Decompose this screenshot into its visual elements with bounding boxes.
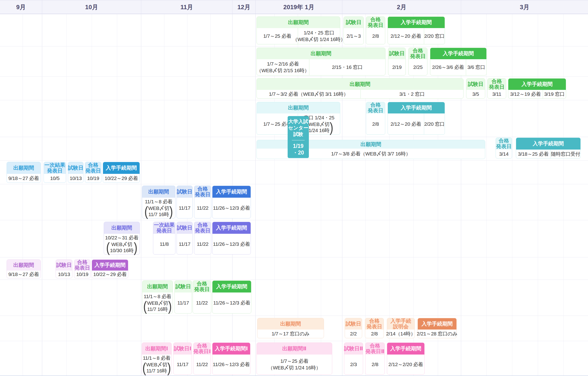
enrollment-period-block-label: 入学手続期間 (212, 186, 251, 198)
pass-announcement-block-label: 合格発表日 (409, 48, 427, 59)
date-text: 3/6 窓口 (467, 64, 485, 71)
week-gridline (23, 14, 23, 376)
pass-announcement-block-dates: 2/8 (366, 28, 385, 44)
exam-day-block-label: 試験日 (388, 48, 406, 59)
application-period-block: 出願期間10/22～31 必着(WEB〆切10/30 16時) (104, 222, 140, 255)
web-deadline-note: (WEB〆切11/7 16時) (144, 205, 173, 218)
exam-day-block: 試験日11/17 (174, 280, 192, 313)
date-text: 11/17 (179, 241, 190, 247)
enrollment-period-block: 入学手続期間3/12～19 必着3/19 窓口 (508, 78, 566, 99)
pass-announcement-block-label: 合格発表日 (366, 102, 385, 113)
application-period-block-label: 出願期間 (142, 186, 175, 198)
first-result-announcement-block: 一次結果発表日10/5 (44, 162, 66, 183)
date-text: 11/7 16時 (146, 368, 167, 374)
date-text: 1/7～2/16 必着 (267, 61, 299, 67)
enrollment-period-block: 入学手続期間2/26～3/6 必着3/6 窓口 (430, 48, 487, 75)
month-label: 10月 (42, 0, 141, 14)
application-period-block-label: 出願期間 (142, 281, 173, 292)
enrollment-period-block-dates: 2/12～20 必着 (388, 28, 424, 44)
date-text: 11/22 (197, 205, 209, 211)
pass-announcement-2-block: 合格発表日Ⅱ2/8 (365, 343, 385, 375)
pass-announcement-block-label: 合格発表日 (488, 79, 506, 90)
date-text: 3/1・2 窓口 (399, 91, 425, 97)
exam-day-block: 試験日2/1～3 (344, 17, 364, 44)
exam-day-1-block: 試験日Ⅰ11/17 (173, 343, 192, 375)
date-text: 11/1～8 必着 (144, 293, 171, 300)
application-period-block-label: 出願期間 (7, 260, 41, 270)
enrollment-period-1-block-label: 入学手続期間Ⅰ (212, 343, 250, 355)
enrollment-period-block-label: 入学手続期間 (212, 281, 251, 292)
date-text: 10/22～29 必着 (93, 271, 126, 278)
exam-day-2-block: 試験日Ⅱ2/3 (344, 343, 363, 375)
application-period-block: 出願期間1/7～3/2 必着（WEB〆切 3/1 16時）3/1・2 窓口 (256, 78, 463, 99)
first-result-announcement-block-label: 一次結果発表日 (44, 162, 66, 174)
month-label: 9月 (0, 0, 42, 14)
exam-day-block: 試験日3/5 (466, 78, 485, 99)
pass-announcement-block-dates: 2/25 (409, 59, 427, 75)
close-paren: ) (168, 298, 172, 314)
enrollment-period-block-dates: 随時窓口受付 (550, 150, 580, 158)
exam-day-block: 試験日2/2 (345, 318, 362, 338)
enrollment-period-block-dates: 2/12～2/20 必着 (387, 355, 424, 374)
date-text: 10/13 (58, 271, 70, 278)
enrollment-briefing-block-label: 入学手続説明会 (387, 318, 414, 330)
application-period-1-block-dates: 11/1～8 必着(WEB〆切11/7 16時) (142, 355, 171, 374)
pass-announcement-block-label: 合格発表日 (496, 138, 512, 150)
date-text: 1/7～17 窓口のみ (272, 331, 310, 337)
date-text: 1/24・25 窓口 (304, 30, 334, 36)
row-gridline (0, 46, 588, 46)
pass-announcement-block-dates: 2/8 (366, 113, 385, 134)
exam-day-block: 試験日11/17 (177, 186, 193, 218)
enrollment-period-block: 入学手続期間10/22～29 必着 (92, 259, 128, 278)
application-period-block: 出願期間1/7～2/16 必着（WEB〆切 2/15 16時）2/15・16 窓… (256, 48, 386, 75)
exam-day-block-label: 試験日 (175, 281, 192, 292)
week-gridline (563, 14, 564, 376)
enrollment-period-block: 入学手続期間2/12～2/20 必着 (387, 343, 425, 375)
web-deadline-note: (WEB〆切10/30 16時) (106, 241, 138, 254)
application-period-block: 出願期間1/7～25 必着1/24・25 窓口（WEB〆切 1/24 16時） (256, 17, 340, 44)
date-text: （WEB〆切 1/24 16時） (268, 365, 321, 371)
application-period-block-dates: 3/1・2 窓口 (360, 90, 463, 98)
enrollment-period-block-dates: 3/6 窓口 (466, 59, 486, 75)
date-text: 2/8 (372, 361, 378, 368)
date-text: 3/5 (472, 91, 479, 97)
exam-day-2-block-dates: 2/3 (344, 355, 363, 374)
row-gridline (0, 220, 588, 220)
pass-announcement-block: 合格発表日2/8 (366, 17, 385, 44)
enrollment-period-block: 入学手続期間10/22～29 必着 (103, 162, 140, 183)
date-text: 11/26～12/3 必着 (213, 300, 250, 306)
pass-announcement-block-dates: 3/11 (488, 90, 506, 98)
pass-announcement-block-label: 合格発表日 (365, 318, 384, 330)
pass-announcement-block-dates: 10/19 (74, 270, 90, 278)
week-gridline (92, 14, 92, 376)
application-period-block-dates: 2/15・16 窓口 (309, 59, 385, 75)
exam-day-block-dates: 11/17 (175, 292, 192, 313)
enrollment-period-block: 入学手続期間2/12～20 必着2/20 窓口 (388, 17, 445, 44)
month-label: 2019年 1月 (255, 0, 342, 14)
date-text: 2/19 (392, 64, 402, 71)
application-period-block-label: 出願期間 (104, 222, 140, 234)
month-gridline (255, 0, 256, 376)
date-text: 2/21～28 窓口のみ (417, 331, 457, 337)
date-text: 9/18～27 必着 (8, 271, 39, 278)
date-text: 11/22 (197, 241, 209, 247)
application-period-block-dates: 11/1～8 必着(WEB〆切11/7 16時) (142, 292, 173, 313)
pass-announcement-block-label: 合格発表日 (85, 162, 101, 174)
center-exam-label: 大学入試センター試験 (288, 118, 308, 137)
date-text: 2/12～2/20 必着 (388, 361, 423, 368)
pass-announcement-1-block: 合格発表日Ⅰ11/22 (193, 343, 211, 375)
date-text: 11/26～12/3 必着 (213, 361, 250, 368)
date-text: （WEB〆切 2/15 16時） (256, 67, 309, 74)
application-period-block-label: 出願期間 (257, 48, 385, 59)
exam-day-block-label: 試験日 (466, 79, 485, 90)
note-lines: WEB〆切1/24 16時 (309, 121, 330, 133)
date-text: 10/22～29 必着 (105, 175, 138, 182)
pass-announcement-block-dates: 11/22 (193, 292, 211, 313)
row-gridline (0, 257, 588, 257)
application-period-block-label: 出願期間 (7, 162, 41, 174)
month-label: 3月 (461, 0, 588, 14)
date-text: 2/2 (350, 331, 357, 337)
application-period-block-label: 出願期間 (257, 318, 324, 330)
enrollment-period-1-block-dates: 11/26～12/3 必着 (212, 355, 250, 374)
close-paren: ) (134, 239, 138, 256)
